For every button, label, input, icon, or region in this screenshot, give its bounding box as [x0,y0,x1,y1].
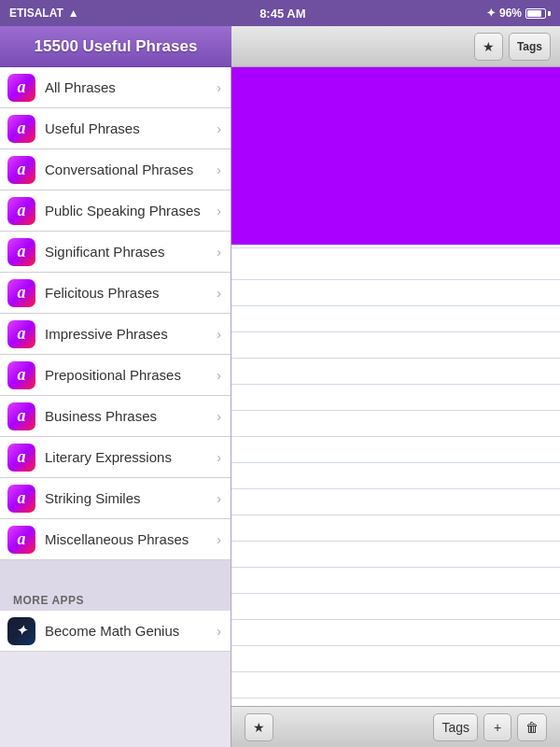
bottom-tags-button[interactable]: Tags [433,713,478,741]
bottom-trash-button[interactable]: 🗑 [517,713,547,741]
felicitous-phrases-chevron: › [217,286,221,301]
status-right: ✦ 96% [486,7,551,20]
public-speaking-phrases-chevron: › [217,204,221,218]
lined-paper-area [231,245,560,747]
prepositional-phrases-label: Prepositional Phrases [45,367,217,383]
section-gap [0,560,231,588]
sidebar-item-conversational-phrases[interactable]: aConversational Phrases› [0,149,231,190]
sidebar-item-striking-similes[interactable]: aStriking Similes› [0,478,231,519]
miscellaneous-phrases-chevron: › [217,532,221,547]
main-layout: a All Phrases › aUseful Phrases›aConvers… [0,67,560,747]
striking-similes-label: Striking Similes [45,490,217,506]
conversational-phrases-chevron: › [217,162,221,177]
sidebar-item-significant-phrases[interactable]: aSignificant Phrases› [0,232,231,273]
useful-phrases-chevron: › [217,121,221,136]
tags-label: Tags [517,40,542,53]
tags-button[interactable]: Tags [509,33,551,61]
sidebar-item-felicitous-phrases[interactable]: aFelicitous Phrases› [0,273,231,314]
sidebar: a All Phrases › aUseful Phrases›aConvers… [0,67,231,747]
felicitous-phrases-icon: a [7,279,35,307]
status-bar: ETISALAT ▲ 8:45 AM ✦ 96% [0,0,560,26]
felicitous-phrases-label: Felicitous Phrases [45,285,217,301]
useful-phrases-icon: a [7,115,35,143]
prepositional-phrases-chevron: › [217,368,221,383]
bottom-star-button[interactable]: ★ [245,713,273,741]
carrier-label: ETISALAT [9,7,63,20]
bluetooth-icon: ✦ [486,7,496,20]
significant-phrases-icon: a [7,238,35,266]
battery-percent: 96% [499,7,522,20]
business-phrases-label: Business Phrases [45,408,217,424]
more-apps-section: More Apps ✦ Become Math Genius › [0,588,231,652]
business-phrases-icon: a [7,402,35,430]
prepositional-phrases-icon: a [7,361,35,389]
significant-phrases-chevron: › [217,245,221,260]
impressive-phrases-chevron: › [217,327,221,342]
bottom-plus-button[interactable]: + [483,713,511,741]
sidebar-item-useful-phrases[interactable]: aUseful Phrases› [0,108,231,149]
miscellaneous-phrases-icon: a [7,526,35,554]
bottom-plus-icon: + [494,720,501,735]
bottom-tags-label: Tags [441,720,469,735]
striking-similes-chevron: › [217,491,221,506]
bottom-trash-icon: 🗑 [525,720,539,735]
striking-similes-icon: a [7,485,35,513]
public-speaking-phrases-label: Public Speaking Phrases [45,203,217,218]
impressive-phrases-label: Impressive Phrases [45,326,217,342]
useful-phrases-label: Useful Phrases [45,120,217,136]
math-genius-chevron: › [217,624,221,639]
sidebar-item-literary-expressions[interactable]: aLiterary Expressions› [0,437,231,478]
right-bottom-toolbar: ★ Tags + 🗑 [231,706,560,747]
bottom-right-group: Tags + 🗑 [433,713,547,741]
math-genius-label: Become Math Genius [45,623,217,639]
business-phrases-chevron: › [217,409,221,424]
star-icon: ★ [483,39,495,54]
sidebar-item-all-phrases[interactable]: a All Phrases › [0,67,231,108]
star-button[interactable]: ★ [474,33,503,61]
public-speaking-phrases-icon: a [7,197,35,225]
conversational-phrases-label: Conversational Phrases [45,162,217,177]
all-phrases-icon: a [7,74,35,102]
literary-expressions-icon: a [7,444,35,472]
purple-header-area [231,67,560,245]
impressive-phrases-icon: a [7,320,35,348]
app-title: 15500 Useful Phrases [35,37,198,56]
more-apps-header: More Apps [0,588,231,611]
sidebar-items: aUseful Phrases›aConversational Phrases›… [0,108,231,560]
miscellaneous-phrases-label: Miscellaneous Phrases [45,531,217,547]
app-title-bar: 15500 Useful Phrases [0,26,231,67]
all-phrases-label: All Phrases [45,79,217,95]
all-phrases-chevron: › [217,80,221,95]
sidebar-item-become-math-genius[interactable]: ✦ Become Math Genius › [0,611,231,652]
bottom-star-icon: ★ [253,720,265,735]
battery-indicator [525,8,551,19]
literary-expressions-label: Literary Expressions [45,449,217,465]
sidebar-item-business-phrases[interactable]: aBusiness Phrases› [0,396,231,437]
wifi-icon: ▲ [68,7,79,20]
status-left: ETISALAT ▲ [9,7,79,20]
status-time: 8:45 AM [259,7,305,21]
sidebar-item-public-speaking-phrases[interactable]: aPublic Speaking Phrases› [0,190,231,232]
conversational-phrases-icon: a [7,156,35,184]
sidebar-item-impressive-phrases[interactable]: aImpressive Phrases› [0,314,231,355]
math-genius-icon: ✦ [7,617,35,645]
significant-phrases-label: Significant Phrases [45,244,217,260]
sidebar-item-miscellaneous-phrases[interactable]: aMiscellaneous Phrases› [0,519,231,560]
right-toolbar: ★ Tags [231,26,560,67]
sidebar-item-prepositional-phrases[interactable]: aPrepositional Phrases› [0,355,231,396]
right-panel [231,67,560,747]
literary-expressions-chevron: › [217,450,221,465]
